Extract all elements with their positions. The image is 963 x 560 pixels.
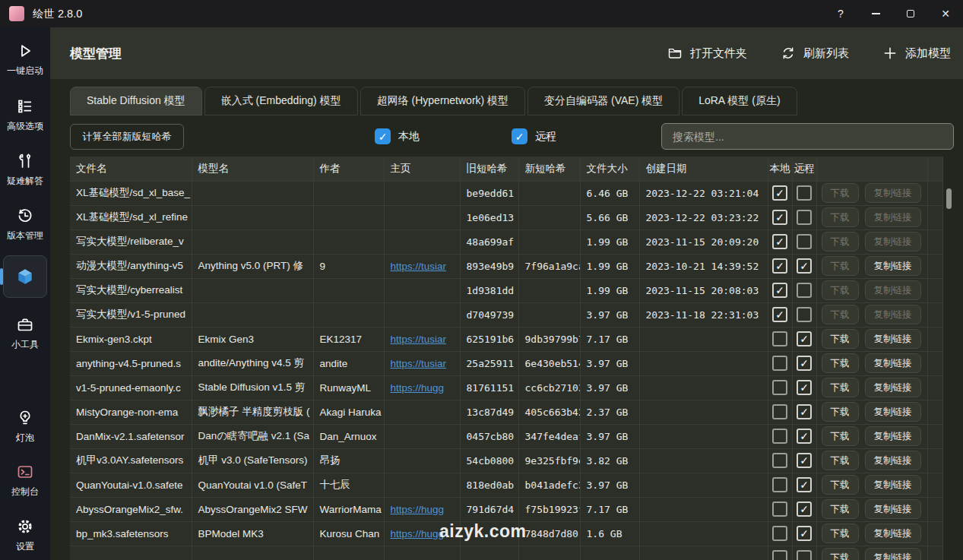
homepage-link[interactable]: https://hugg [391,382,445,394]
sidebar-item-settings[interactable]: 设置 [0,517,50,553]
refresh-list-button[interactable]: 刷新列表 [781,46,849,61]
cell-file-size: 7.17 GB [580,497,639,521]
download-button[interactable]: 下载 [822,329,859,349]
remote-checkbox[interactable]: ✓ [797,477,812,492]
download-button[interactable]: 下载 [822,183,859,203]
local-checkbox[interactable]: ✓ [772,210,787,225]
download-button[interactable]: 下载 [822,402,859,422]
local-checkbox[interactable] [772,550,787,560]
remote-checkbox[interactable]: ✓ [797,429,812,444]
download-button[interactable]: 下载 [822,499,859,519]
remote-checkbox[interactable]: ✓ [797,404,812,419]
remote-checkbox[interactable]: ✓ [797,501,812,517]
copy-link-button[interactable]: 复制链接 [865,305,921,324]
remote-checkbox[interactable]: ✓ [797,331,812,346]
copy-link-button[interactable]: 复制链接 [865,280,921,300]
checkbox-checked-icon: ✓ [375,128,391,144]
cell-actions: 下载复制链接 [816,229,927,254]
homepage-link[interactable]: https://tusiar [391,261,447,272]
copy-link-button[interactable]: 复制链接 [865,402,921,422]
remote-checkbox[interactable] [797,550,812,560]
search-input[interactable] [661,123,954,150]
tab-lora[interactable]: LoRA 模型 (原生) [682,87,797,115]
download-button[interactable]: 下载 [822,451,859,470]
remote-checkbox[interactable] [797,234,812,249]
remote-checkbox[interactable]: ✓ [797,526,812,541]
local-checkbox[interactable] [772,526,787,541]
download-button[interactable]: 下载 [822,524,859,543]
local-checkbox[interactable]: ✓ [772,185,787,201]
remote-checkbox[interactable]: ✓ [797,356,812,371]
homepage-link[interactable]: https://tusiar [391,358,447,369]
local-checkbox[interactable] [772,356,787,371]
remote-filter-checkbox[interactable]: ✓ 远程 [512,128,556,144]
copy-link-button[interactable]: 复制链接 [865,378,921,397]
local-checkbox[interactable]: ✓ [772,283,787,298]
copy-link-button[interactable]: 复制链接 [865,475,921,495]
download-button[interactable]: 下载 [822,207,859,227]
homepage-link[interactable]: https://hugg [391,528,445,539]
remote-checkbox[interactable]: ✓ [797,380,812,395]
maximize-button[interactable] [893,0,928,27]
cell-model-name: Anything v5.0 (PRT) 修 [192,254,313,278]
sidebar-item-version[interactable]: 版本管理 [0,206,50,242]
copy-link-button[interactable]: 复制链接 [865,451,921,470]
local-checkbox[interactable] [772,477,787,492]
copy-link-button[interactable]: 复制链接 [865,232,921,252]
download-button[interactable]: 下载 [822,280,859,300]
local-checkbox[interactable] [772,331,787,346]
minimize-button[interactable] [858,0,893,27]
local-checkbox[interactable]: ✓ [772,307,787,322]
local-checkbox[interactable] [772,380,787,395]
copy-link-button[interactable]: 复制链接 [865,426,921,446]
local-checkbox[interactable]: ✓ [772,234,787,249]
sidebar-item-launch[interactable]: 一键启动 [0,41,50,78]
sidebar-item-tools[interactable]: 小工具 [0,315,50,351]
scrollbar-thumb[interactable] [946,188,952,209]
sidebar-item-models[interactable] [0,255,50,298]
copy-link-button[interactable]: 复制链接 [865,207,921,227]
sidebar-item-troubleshoot[interactable]: 疑难解答 [0,151,50,188]
copy-link-button[interactable]: 复制链接 [865,183,921,203]
download-button[interactable]: 下载 [822,475,859,495]
download-button[interactable]: 下载 [822,548,859,560]
tab-hypernetwork[interactable]: 超网络 (Hypernetwork) 模型 [360,87,525,115]
download-button[interactable]: 下载 [822,232,859,252]
homepage-link[interactable]: https://tusiar [391,334,447,345]
download-button[interactable]: 下载 [822,305,859,324]
sidebar-item-advanced[interactable]: 高级选项 [0,96,50,133]
tab-embedding[interactable]: 嵌入式 (Embedding) 模型 [204,87,358,115]
remote-checkbox[interactable] [797,210,812,225]
local-checkbox[interactable]: ✓ [772,258,787,274]
download-button[interactable]: 下载 [822,426,859,446]
close-button[interactable]: ✕ [928,0,963,27]
local-checkbox[interactable] [772,404,787,419]
remote-checkbox[interactable]: ✓ [797,258,812,274]
remote-checkbox[interactable]: ✓ [797,453,812,468]
copy-link-button[interactable]: 复制链接 [865,499,921,519]
compute-hash-button[interactable]: 计算全部新版短哈希 [70,124,184,150]
copy-link-button[interactable]: 复制链接 [865,524,921,543]
tab-stable-diffusion[interactable]: Stable Diffusion 模型 [70,87,202,115]
local-checkbox[interactable] [772,501,787,517]
remote-checkbox[interactable] [797,307,812,322]
copy-link-button[interactable]: 复制链接 [865,353,921,373]
help-button[interactable]: ? [823,0,858,27]
download-button[interactable]: 下载 [822,378,859,397]
sidebar-item-console[interactable]: 控制台 [0,462,50,498]
local-filter-checkbox[interactable]: ✓ 本地 [375,128,420,144]
tab-vae[interactable]: 变分自编码器 (VAE) 模型 [527,87,679,115]
open-folder-button[interactable]: 打开文件夹 [667,46,747,61]
local-checkbox[interactable] [772,429,787,444]
remote-checkbox[interactable] [797,283,812,298]
copy-link-button[interactable]: 复制链接 [865,256,921,276]
local-checkbox[interactable] [772,453,787,468]
download-button[interactable]: 下载 [822,256,859,276]
copy-link-button[interactable]: 复制链接 [865,329,921,349]
sidebar-item-bulb[interactable]: 灯泡 [0,408,50,445]
homepage-link[interactable]: https://hugg [391,504,445,515]
remote-checkbox[interactable] [797,185,812,201]
copy-link-button[interactable]: 复制链接 [865,548,921,560]
download-button[interactable]: 下载 [822,353,859,373]
add-model-button[interactable]: 添加模型 [882,46,951,61]
